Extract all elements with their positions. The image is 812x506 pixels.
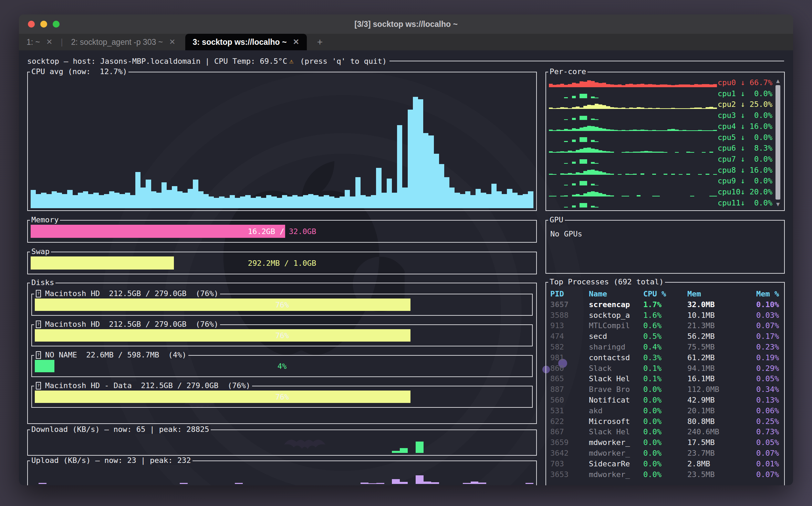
process-cell-name: Slack — [589, 363, 643, 374]
chart-bar — [418, 99, 423, 208]
chart-bar — [595, 171, 598, 175]
host-info: socktop — host: Jasons-MBP.localdomain |… — [27, 57, 287, 65]
chart-bar — [713, 108, 717, 109]
disks-title: Disks — [30, 278, 55, 287]
process-row-3659: 3659mdworker_0.0%17.5MB0.05% — [550, 437, 781, 448]
chart-bar — [637, 107, 641, 109]
cpu-avg-panel: CPU avg (now: 12.7%) — [27, 72, 537, 211]
scroll-down-icon[interactable]: ▼ — [776, 201, 780, 208]
chart-bar — [686, 84, 690, 87]
process-row-981: 981contactsd0.3%61.2MB0.19% — [550, 353, 781, 363]
chart-bar — [580, 149, 583, 153]
chart-bar — [652, 152, 656, 153]
new-tab-button[interactable]: + — [317, 37, 323, 48]
per-core-scrollbar[interactable]: ▲ ▼ — [774, 77, 782, 208]
tab-2-close-icon[interactable]: ✕ — [169, 38, 175, 47]
chart-bar — [392, 479, 400, 484]
chart-bar — [576, 172, 580, 175]
chart-bar — [633, 108, 637, 109]
chart-bar — [62, 194, 67, 208]
process-cell-pid: 860 — [550, 363, 589, 374]
chart-bar — [610, 174, 614, 174]
process-cell-mem: 32.0MB — [687, 300, 756, 310]
chart-bar — [591, 81, 595, 87]
chart-bar — [660, 130, 664, 131]
core-sparkline-cpu9 — [549, 175, 717, 185]
chart-bar — [671, 129, 675, 131]
disk-gauge-label: 76% — [35, 391, 529, 403]
terminal-content: socktop — host: Jasons-MBP.localdomain |… — [19, 50, 793, 485]
process-cell-mem: 80.8MB — [687, 416, 756, 427]
process-cell-name: Brave Bro — [589, 384, 643, 395]
chart-bar — [606, 151, 610, 153]
tab-3-active[interactable]: 3: socktop ws://localho ~ ✕ — [185, 34, 307, 50]
disk-title-2: ?NO NAME 22.6MB / 598.7MB (4%) — [34, 351, 188, 360]
chart-bar — [580, 81, 583, 87]
chart-bar — [553, 108, 556, 109]
chart-bar — [580, 195, 583, 196]
chart-bar — [119, 194, 125, 208]
scroll-up-icon[interactable]: ▲ — [776, 77, 780, 84]
chart-bar — [572, 151, 576, 153]
chart-bar — [652, 196, 656, 196]
upload-chart — [31, 468, 533, 484]
chart-bar — [637, 84, 641, 87]
chart-bar — [130, 195, 135, 208]
chart-bar — [397, 125, 402, 208]
chart-bar — [125, 193, 130, 208]
chart-bar — [702, 84, 706, 87]
chart-bar — [644, 130, 648, 131]
core-sparkline-cpu10 — [549, 186, 717, 196]
chart-bar — [491, 184, 497, 208]
tab-1[interactable]: 1: ~ ✕ — [19, 34, 60, 50]
process-table-header: PIDNameCPU %MemMem % — [550, 289, 781, 300]
process-cell-cpu: 0.1% — [643, 363, 687, 374]
chart-bar — [209, 196, 214, 208]
process-cell-pid: 3659 — [550, 437, 589, 448]
chart-bar — [709, 84, 713, 87]
process-cell-cpu: 0.0% — [643, 469, 687, 480]
core-row-cpu1: cpu1 ↓ 0.0% — [549, 88, 772, 98]
process-cell-memp: 0.25% — [756, 416, 781, 427]
chart-bar — [595, 82, 598, 87]
chart-bar — [583, 116, 587, 120]
tab-1-close-icon[interactable]: ✕ — [46, 38, 52, 47]
process-cell-pid: 560 — [550, 395, 589, 406]
chart-bar — [675, 152, 679, 153]
chart-bar — [324, 195, 329, 208]
chart-bar — [553, 85, 556, 87]
chart-bar — [648, 130, 652, 131]
process-cell-cpu: 0.0% — [643, 384, 687, 395]
chart-bar — [572, 96, 576, 98]
process-cell-mem: 20.1MB — [687, 406, 756, 416]
chart-bar — [591, 191, 595, 196]
tab-3-label: 3: socktop ws://localho ~ — [193, 38, 287, 47]
chart-bar — [690, 85, 694, 87]
chart-bar — [683, 108, 686, 109]
chart-bar — [580, 116, 583, 120]
core-row-cpu11: cpu11↓ 0.0% — [549, 198, 772, 208]
chart-bar — [478, 483, 486, 484]
chart-bar — [402, 188, 407, 208]
chart-bar — [595, 207, 598, 208]
core-sparkline-cpu11 — [549, 198, 717, 208]
download-panel: Download (KB/s) — now: 65 | peak: 28825 — [27, 429, 537, 456]
disk-title-3: ?Macintosh HD - Data 212.5GB / 279.0GB (… — [34, 381, 252, 390]
process-cell-name: mdworker_ — [589, 469, 643, 480]
tab-2[interactable]: 2: socktop_agent -p 303 ~ ✕ — [63, 34, 183, 50]
process-cell-name: sharingd — [589, 342, 643, 353]
process-row-582: 582sharingd0.4%75.5MB0.23% — [550, 342, 781, 353]
scrollbar-thumb[interactable] — [775, 85, 780, 200]
chart-bar — [556, 130, 560, 131]
chart-bar — [476, 189, 481, 208]
gpu-title: GPU — [548, 215, 565, 224]
chart-bar — [549, 108, 553, 109]
chart-bar — [641, 130, 644, 131]
tab-3-close-icon[interactable]: ✕ — [293, 38, 299, 47]
chart-bar — [583, 106, 587, 109]
chart-bar — [580, 159, 583, 164]
core-row-cpu4: cpu4 ↓ 16.0% — [549, 121, 772, 131]
chart-bar — [376, 168, 381, 208]
chart-bar — [656, 130, 660, 131]
process-cell-name: secd — [589, 331, 643, 342]
